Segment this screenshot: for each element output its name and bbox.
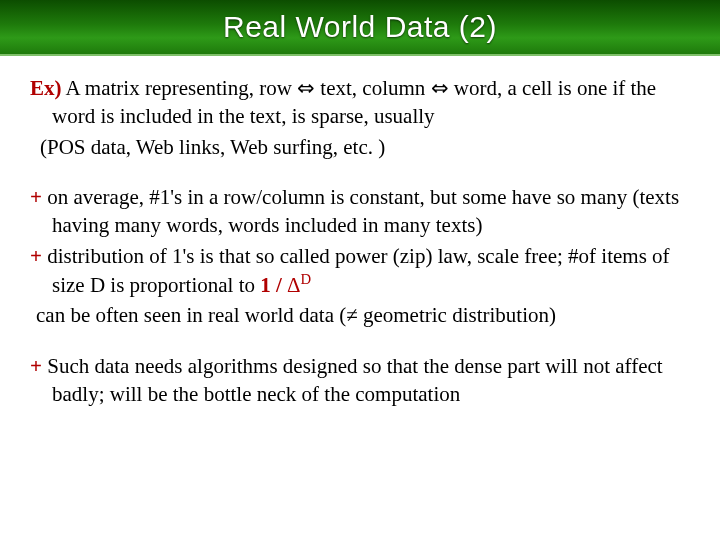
- plus-icon: +: [30, 354, 42, 378]
- slide-body: Ex) A matrix representing, row ⇔ text, c…: [0, 56, 720, 408]
- bullet-2-text-b: can be often seen in real world data (≠ …: [30, 301, 690, 329]
- bullet-group-1: + on average, #1's in a row/column is co…: [30, 183, 690, 330]
- slide: Real World Data (2) Ex) A matrix represe…: [0, 0, 720, 540]
- example-paragraph: Ex) A matrix representing, row ⇔ text, c…: [30, 74, 690, 161]
- example-line-1: Ex) A matrix representing, row ⇔ text, c…: [30, 74, 690, 131]
- bullet-2-text-a: distribution of 1's is that so called po…: [42, 244, 670, 297]
- plus-icon: +: [30, 244, 42, 268]
- slide-title: Real World Data (2): [223, 10, 497, 44]
- delta-exponent: D: [301, 271, 312, 287]
- bullet-1: + on average, #1's in a row/column is co…: [30, 183, 690, 240]
- bullet-3: + Such data needs algorithms designed so…: [30, 352, 690, 409]
- bullet-1-text: on average, #1's in a row/column is cons…: [42, 185, 679, 237]
- plus-icon: +: [30, 185, 42, 209]
- bullet-group-2: + Such data needs algorithms designed so…: [30, 352, 690, 409]
- delta-symbol: Δ: [287, 273, 301, 297]
- ratio-one: 1 /: [260, 273, 287, 297]
- example-line-2: (POS data, Web links, Web surfing, etc. …: [30, 133, 690, 161]
- title-bar: Real World Data (2): [0, 0, 720, 56]
- example-label: Ex): [30, 76, 62, 100]
- bullet-2: + distribution of 1's is that so called …: [30, 242, 690, 300]
- bullet-3-text: Such data needs algorithms designed so t…: [42, 354, 663, 406]
- example-text-1: A matrix representing, row ⇔ text, colum…: [52, 76, 656, 128]
